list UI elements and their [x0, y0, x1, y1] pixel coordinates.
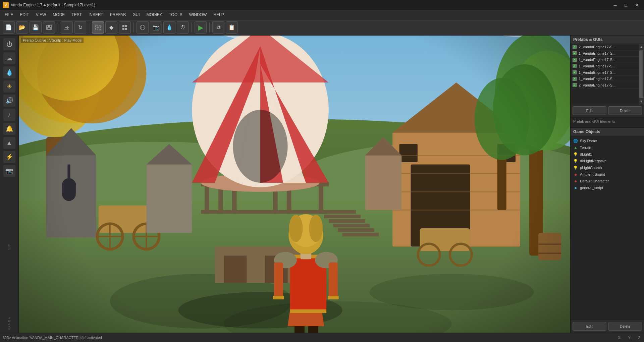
go-edit-button[interactable]: Edit: [573, 322, 606, 331]
import-button[interactable]: [61, 21, 73, 34]
tool-mountain[interactable]: ▲: [3, 137, 15, 149]
dirlightneg-icon: 💡: [573, 159, 578, 163]
tool-water[interactable]: 💧: [3, 66, 15, 78]
svg-rect-9: [125, 28, 127, 30]
viewport[interactable]: Prefab Outlive : VScritp : Play Mode: [19, 36, 570, 333]
maximize-button[interactable]: □: [621, 1, 631, 9]
prefab-name-6: 2_VandaEngine17-S...: [579, 83, 615, 87]
prefab-checkbox-1[interactable]: ✓: [573, 51, 577, 55]
tool-power[interactable]: ⏻: [3, 38, 15, 50]
go-name-general-script: general_script: [580, 186, 603, 190]
svg-rect-8: [122, 28, 124, 30]
paste-button[interactable]: 📋: [226, 21, 238, 34]
prefab-checkbox-2[interactable]: ✓: [573, 58, 577, 62]
go-item-plightchurch[interactable]: 💡 pLightChurch: [571, 164, 644, 171]
clock-button[interactable]: ⏱: [177, 21, 189, 34]
go-item-general-script[interactable]: ● general_script: [571, 184, 644, 191]
tool-bell[interactable]: 🔔: [3, 123, 15, 135]
prefab-gui-label: Prefab and GUI Elements: [573, 119, 615, 123]
sphere-button[interactable]: [137, 21, 149, 34]
prefab-checkbox-3[interactable]: ✓: [573, 64, 577, 68]
prefab-delete-button[interactable]: Delete: [608, 106, 642, 115]
prefab-item-5[interactable]: ✓ 1_VandaEngine17-S...: [571, 76, 644, 82]
go-item-dlight1[interactable]: 💡 dLight1: [571, 151, 644, 158]
svg-rect-1: [48, 25, 50, 27]
camera-button[interactable]: 📷: [150, 21, 162, 34]
tool-camera[interactable]: 📷: [3, 165, 15, 177]
menu-insert[interactable]: INSERT: [85, 11, 107, 18]
open-button[interactable]: 📂: [16, 21, 28, 34]
prefab-item-1[interactable]: ✓ 1_VandaEngine17-S...: [571, 50, 644, 57]
redo-button[interactable]: ↻: [74, 21, 86, 34]
app-logo: V: [3, 2, 9, 8]
new-button[interactable]: 📄: [3, 21, 15, 34]
go-item-sky-dome[interactable]: 🌐 Sky Dome: [571, 137, 644, 144]
prefab-item-0[interactable]: ✓ 2_VandaEngine17-S...: [571, 44, 644, 50]
prefab-item-2[interactable]: ✓ 1_VandaEngine17-S...: [571, 57, 644, 63]
tool-cloud[interactable]: ☁: [3, 52, 15, 64]
menu-mode[interactable]: MODE: [49, 11, 68, 18]
menu-window[interactable]: WINDOW: [186, 11, 210, 18]
prefab-item-6[interactable]: ✓ 2_VandaEngine17-S...: [571, 82, 644, 89]
tool-lightning[interactable]: ⚡: [3, 151, 15, 163]
go-item-ambient-sound[interactable]: ● Ambient Sound: [571, 171, 644, 178]
prefab-checkbox-5[interactable]: ✓: [573, 77, 577, 81]
prefabs-title: Prefabs & GUIs: [571, 36, 644, 44]
prefabs-section: Prefabs & GUIs ✓ 2_VandaEngine17-S... ✓ …: [571, 36, 644, 117]
menu-modify[interactable]: MODIFY: [143, 11, 166, 18]
tool-sound[interactable]: 🔊: [3, 95, 15, 107]
shape-button[interactable]: ◆: [105, 21, 117, 34]
menu-help[interactable]: HELP: [210, 11, 227, 18]
prefab-checkbox-4[interactable]: ✓: [573, 70, 577, 74]
prefab-name-5: 1_VandaEngine17-S...: [579, 77, 615, 81]
go-item-dirlightneg[interactable]: 💡 dirLightNegative: [571, 158, 644, 164]
go-name-dirlightneg: dirLightNegative: [580, 159, 607, 163]
prefab-item-4[interactable]: ✓ 1_VandaEngine17-S...: [571, 69, 644, 76]
save-button[interactable]: 💾: [30, 21, 42, 34]
go-name-terrain: Terrain: [580, 146, 591, 150]
toolbar: 📄 📂 💾 ↻ ◆ 📷 💧 ⏱ ▶ ⧉ 📋: [0, 19, 644, 36]
terrain-icon: ▲: [573, 145, 578, 150]
game-objects-list[interactable]: 🌐 Sky Dome ▲ Terrain 💡 dLight1 💡 dirLigh…: [571, 136, 644, 320]
left-sidebar: ⏻ ☁ 💧 ☀ 🔊 ♪ 🔔 ▲ ⚡ 📷 1.7 VANDA: [0, 36, 19, 333]
prefab-name-0: 2_VandaEngine17-S...: [579, 45, 615, 49]
go-name-dlight1: dLight1: [580, 152, 592, 156]
select-button[interactable]: [92, 21, 104, 34]
dlight1-icon: 💡: [573, 152, 578, 157]
z-coord: Z:: [638, 336, 641, 340]
go-delete-button[interactable]: Delete: [608, 322, 642, 331]
prefab-name-1: 1_VandaEngine17-S...: [579, 51, 615, 55]
right-panel: Prefabs & GUIs ✓ 2_VandaEngine17-S... ✓ …: [570, 36, 644, 333]
svg-rect-118: [19, 36, 570, 333]
go-item-default-char[interactable]: ● Default Character: [571, 178, 644, 184]
prefabs-scroll-up[interactable]: ▲: [639, 44, 644, 50]
menu-edit[interactable]: EDIT: [16, 11, 32, 18]
prefabs-scroll-down[interactable]: ▼: [639, 99, 644, 104]
separator4: [192, 22, 192, 33]
tool-music[interactable]: ♪: [3, 109, 15, 121]
go-buttons: Edit Delete: [571, 320, 644, 333]
copy-button[interactable]: ⧉: [212, 21, 224, 34]
close-button[interactable]: ✕: [632, 1, 641, 9]
group-button[interactable]: [119, 21, 131, 34]
go-name-plightchurch: pLightChurch: [580, 166, 602, 170]
prefab-checkbox-0[interactable]: ✓: [573, 45, 577, 49]
prefab-edit-button[interactable]: Edit: [573, 106, 606, 115]
menu-test[interactable]: TEST: [68, 11, 85, 18]
play-button[interactable]: ▶: [195, 21, 207, 34]
save-as-button[interactable]: [43, 21, 55, 34]
menu-prefab[interactable]: PREFAB: [107, 11, 129, 18]
water-button[interactable]: 💧: [163, 21, 175, 34]
tool-sun[interactable]: ☀: [3, 80, 15, 93]
prefabs-list[interactable]: ✓ 2_VandaEngine17-S... ✓ 1_VandaEngine17…: [571, 44, 644, 104]
menu-file[interactable]: FILE: [1, 11, 16, 18]
menu-gui[interactable]: GUI: [129, 11, 143, 18]
menu-view[interactable]: VIEW: [33, 11, 50, 18]
minimize-button[interactable]: ─: [610, 1, 620, 9]
prefab-name-2: 1_VandaEngine17-S...: [579, 58, 615, 62]
prefab-item-3[interactable]: ✓ 1_VandaEngine17-S...: [571, 63, 644, 69]
bottom-bar: 323> Animation 'VANDA_MAIN_CHARACTER:idl…: [0, 333, 644, 342]
go-item-terrain[interactable]: ▲ Terrain: [571, 144, 644, 151]
menu-tools[interactable]: TOOLS: [165, 11, 185, 18]
prefab-checkbox-6[interactable]: ✓: [573, 83, 577, 87]
